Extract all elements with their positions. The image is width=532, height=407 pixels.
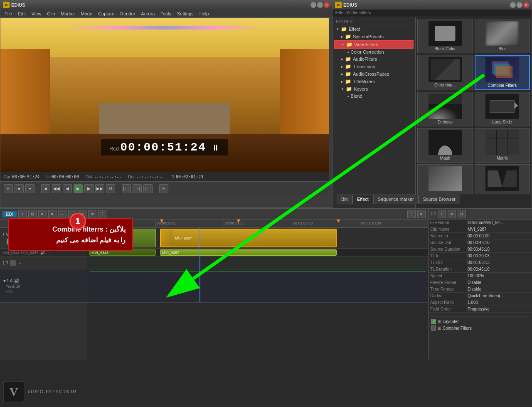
effect-thumb-matrix <box>485 130 519 155</box>
mark-in-button[interactable]: ⌐ <box>4 184 13 193</box>
tree-item-audiocrossfades[interactable]: ▶ 📁 AudioCrossFades <box>334 70 414 78</box>
main-menu: File Edit View Clip Marker Mode Capture … <box>0 10 332 18</box>
tl-arrow[interactable]: ← <box>58 210 66 218</box>
menu-marker[interactable]: Marker <box>58 10 77 17</box>
tree-item-blend[interactable]: ▪ Blend <box>334 93 414 99</box>
tree-label-transitions: Transitions <box>353 64 375 69</box>
effect-maximize[interactable]: □ <box>517 2 522 8</box>
tl-x1[interactable]: ✕ <box>38 210 47 218</box>
play-button[interactable]: ▶ <box>74 184 83 193</box>
prev-frame-button[interactable]: ◀ <box>63 184 72 193</box>
titlebar-left: G EDIUS <box>3 2 25 8</box>
effect-item-matrix[interactable]: Matrix <box>475 128 530 163</box>
menu-capture[interactable]: Capture <box>96 10 117 17</box>
info-row-remap: Time Remap Disable <box>429 286 532 293</box>
split-button[interactable]: ✂ <box>159 184 168 193</box>
tab-effect[interactable]: Effect <box>352 195 373 204</box>
tree-item-keyers[interactable]: ▼ 📁 Keyers <box>334 85 414 93</box>
tree-item-transitions[interactable]: ▶ 📁 Transitions <box>334 63 414 70</box>
tab-bin[interactable]: Bin <box>337 195 352 204</box>
tl-settings[interactable]: ⚙ <box>28 210 37 218</box>
stop-button[interactable]: ■ <box>41 184 50 193</box>
menu-aurora[interactable]: Aurora <box>138 10 157 17</box>
effect-close[interactable]: ✕ <box>523 2 529 8</box>
tree-item-videofilters[interactable]: ▼ 📁 VideoFilters <box>334 40 414 49</box>
effect-item-chromina[interactable]: Chromina... <box>417 55 473 90</box>
effect-item-extra2[interactable] <box>475 164 530 194</box>
menu-file[interactable]: File <box>2 10 15 17</box>
loop-button[interactable]: ↺ <box>106 184 115 193</box>
info-btn-del[interactable]: ✕ <box>448 210 456 218</box>
tl-misc[interactable]: ≡ <box>88 210 96 218</box>
effect-label-combine: Combine Filters <box>488 83 517 88</box>
tree-item-audiofilters[interactable]: ▶ 📁 AudioFilters <box>334 55 414 63</box>
tl-add-track[interactable]: + <box>18 210 27 218</box>
menu-edit[interactable]: Edit <box>15 10 28 17</box>
effect-item-extra1[interactable] <box>417 164 473 194</box>
tl-close[interactable]: ✕ <box>417 210 426 218</box>
clip-audio-9287[interactable]: MVI_9287 <box>160 249 337 256</box>
info-btn-add[interactable]: + <box>438 210 446 218</box>
pause-icon: ⏸ <box>212 143 220 152</box>
menu-render[interactable]: Render <box>118 10 138 17</box>
effect-tree: FOLDER ▼ 📁 Effect ▶ 📁 SystemPresets ▼ 📁 … <box>332 17 416 215</box>
effect-item-mask[interactable]: Mask <box>417 128 473 163</box>
menu-tools[interactable]: Tools <box>158 10 174 17</box>
close-button[interactable]: ✕ <box>324 2 330 8</box>
effect-item-combine[interactable]: Combine Filters <box>475 55 530 90</box>
effect-label-chromina: Chromina... <box>434 83 456 87</box>
effect-minimize[interactable]: ─ <box>510 2 516 8</box>
info-row-clipname: Clip Name MVI_9287 <box>429 226 532 233</box>
fold-preview <box>488 170 502 187</box>
effect-item-blockcolor[interactable]: Block Color <box>417 19 473 53</box>
tree-item-systempresets[interactable]: ▶ 📁 SystemPresets <box>334 33 414 40</box>
tab-source-browser[interactable]: Source Browser <box>419 195 460 204</box>
combine-checkbox[interactable] <box>431 326 436 331</box>
effect-item-emboss[interactable]: Emboss <box>417 92 473 126</box>
next-frame-button[interactable]: ▶ <box>84 184 94 193</box>
effect-edius-logo: G <box>335 2 342 8</box>
out-button[interactable]: |← <box>143 184 153 193</box>
chromina-preview <box>431 59 460 80</box>
info-val-remap: Disable <box>466 286 532 292</box>
expand-icon-sp: ▶ <box>341 35 343 39</box>
expand-icon-k: ▼ <box>341 87 344 91</box>
audio-track-main: Track 10 <box>87 269 428 303</box>
effect-item-loopslide[interactable]: Loop Slide <box>475 92 530 126</box>
menu-help[interactable]: Help <box>197 10 212 17</box>
audio-waveform: Track 10 <box>89 271 426 272</box>
menu-settings[interactable]: Settings <box>175 10 196 17</box>
mark-button[interactable]: ● <box>15 184 24 193</box>
minimize-button[interactable]: ─ <box>310 2 316 8</box>
info-btn-refresh[interactable]: ↺ <box>458 210 466 218</box>
tree-item-colorcorrection[interactable]: ▪ Color Correction <box>334 49 414 55</box>
info-row-codec: Codec QuickTime Video(... <box>429 293 532 299</box>
in-out-button[interactable]: |←| <box>122 184 131 193</box>
tree-item-effect[interactable]: ▼ 📁 Effect <box>334 25 414 33</box>
ruler-time-3: 00:01:05:00 <box>293 221 313 225</box>
clip-mvi9287[interactable]: MVI_9287 <box>160 229 337 247</box>
tl-misc2[interactable]: ⋮ <box>98 210 106 218</box>
tree-item-titlemixers[interactable]: ▶ 📁 TitleMixers <box>334 78 414 85</box>
menu-view[interactable]: View <box>29 10 44 17</box>
effect-panel-title: EDIUS <box>343 2 357 7</box>
menu-mode[interactable]: Mode <box>79 10 95 17</box>
svg-text:V: V <box>10 385 18 398</box>
expand-icon-vf: ▼ <box>341 43 345 47</box>
tl-x2[interactable]: ✕ <box>48 210 57 218</box>
text-arrow[interactable]: → <box>17 261 22 266</box>
effect-list-item-combine: ⊞ Combine Filters <box>430 325 530 331</box>
menu-clip[interactable]: Clip <box>44 10 57 17</box>
effect-item-blur[interactable]: Blur <box>475 19 530 53</box>
in-button[interactable]: →| <box>133 184 142 193</box>
info-key-sourcein: Source In <box>429 233 466 239</box>
effect-thumb-loopslide <box>485 94 519 119</box>
audio-mute[interactable]: 🔊 <box>14 279 19 284</box>
next-button[interactable]: ▶▶ <box>95 184 104 193</box>
layouter-checkbox[interactable]: ✓ <box>431 319 436 324</box>
tab-sequence-marker[interactable]: Sequence marker <box>373 195 419 204</box>
tl-more[interactable]: ⋮ <box>407 210 416 218</box>
prev-button[interactable]: ◀◀ <box>52 184 61 193</box>
mark-out-button[interactable]: ¬ <box>25 184 34 193</box>
maximize-button[interactable]: □ <box>317 2 323 8</box>
